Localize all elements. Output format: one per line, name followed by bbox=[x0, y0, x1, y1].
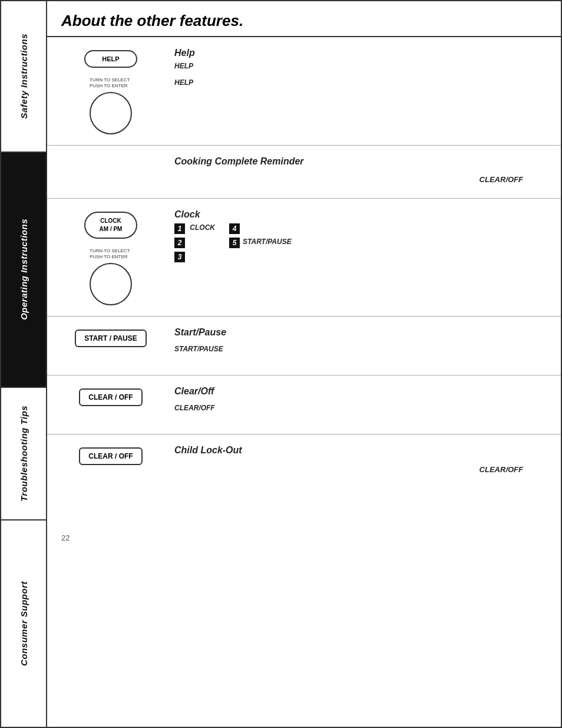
clock-am-pm-button[interactable]: CLOCKAM / PM bbox=[84, 212, 137, 239]
help-knob[interactable] bbox=[90, 92, 132, 134]
clear-off-section: CLEAR / OFF Clear/Off CLEAR/OFF bbox=[47, 375, 561, 434]
clock-step-5: 5 START/PAUSE bbox=[229, 238, 292, 248]
start-pause-text: Start/Pause START/PAUSE bbox=[164, 327, 547, 355]
clock-controls: CLOCKAM / PM TURN TO SELECTPUSH TO ENTER bbox=[58, 209, 164, 305]
clock-step-3: 3 bbox=[174, 252, 215, 262]
cooking-complete-controls bbox=[58, 156, 164, 159]
sidebar-section-consumer: Consumer Support bbox=[1, 521, 46, 727]
clock-knob[interactable] bbox=[90, 263, 132, 305]
help-section: HELP TURN TO SELECTPUSH TO ENTER Help HE… bbox=[47, 37, 561, 146]
help-subtitle-2: HELP bbox=[174, 78, 547, 87]
clear-off-controls: CLEAR / OFF bbox=[58, 386, 164, 406]
child-lock-section: CLEAR / OFF Child Lock-Out CLEAR/OFF bbox=[47, 434, 561, 529]
cooking-complete-text: Cooking Complete Reminder CLEAR/OFF bbox=[164, 156, 547, 184]
child-lock-text: Child Lock-Out CLEAR/OFF bbox=[164, 445, 547, 474]
child-lock-controls: CLEAR / OFF bbox=[58, 445, 164, 465]
page-title: About the other features. bbox=[47, 1, 561, 37]
knob-label: TURN TO SELECTPUSH TO ENTER bbox=[90, 77, 130, 90]
start-pause-keyword: START/PAUSE bbox=[174, 345, 547, 353]
sidebar-section-safety: Safety Instructions bbox=[1, 1, 46, 153]
clock-text: Clock 1 CLOCK 2 3 bbox=[164, 209, 547, 263]
child-lock-button[interactable]: CLEAR / OFF bbox=[79, 447, 142, 465]
start-pause-title: Start/Pause bbox=[174, 327, 547, 338]
help-title: Help bbox=[174, 48, 547, 58]
help-button[interactable]: HELP bbox=[84, 50, 137, 68]
sidebar: Safety Instructions Operating Instructio… bbox=[1, 1, 47, 727]
clock-section: CLOCKAM / PM TURN TO SELECTPUSH TO ENTER… bbox=[47, 199, 561, 317]
child-lock-title: Child Lock-Out bbox=[174, 445, 547, 456]
cooking-clear-off-keyword: CLEAR/OFF bbox=[480, 175, 523, 184]
cooking-complete-title: Cooking Complete Reminder bbox=[174, 156, 547, 167]
help-subtitle-1: HELP bbox=[174, 62, 547, 70]
clear-off-button[interactable]: CLEAR / OFF bbox=[79, 388, 142, 406]
sidebar-label-safety: Safety Instructions bbox=[19, 34, 29, 119]
sidebar-label-operating: Operating Instructions bbox=[19, 219, 29, 320]
main-content: About the other features. HELP TURN TO S… bbox=[47, 1, 561, 727]
clear-off-keyword: CLEAR/OFF bbox=[174, 404, 547, 412]
page-wrapper: Safety Instructions Operating Instructio… bbox=[0, 0, 562, 728]
sidebar-section-troubleshooting: Troubleshooting Tips bbox=[1, 388, 46, 521]
clear-off-text: Clear/Off CLEAR/OFF bbox=[164, 386, 547, 414]
start-pause-button[interactable]: START / PAUSE bbox=[75, 330, 147, 347]
start-pause-controls: START / PAUSE bbox=[58, 327, 164, 347]
clock-step-1: 1 CLOCK bbox=[174, 223, 215, 234]
clock-step-2: 2 bbox=[174, 238, 215, 248]
clear-off-title: Clear/Off bbox=[174, 386, 547, 397]
page-number: 22 bbox=[61, 533, 70, 542]
sidebar-label-consumer: Consumer Support bbox=[19, 581, 29, 666]
child-lock-keyword: CLEAR/OFF bbox=[480, 465, 523, 474]
cooking-complete-section: Cooking Complete Reminder CLEAR/OFF bbox=[47, 146, 561, 199]
sidebar-section-operating: Operating Instructions bbox=[1, 153, 46, 388]
clock-knob-label: TURN TO SELECTPUSH TO ENTER bbox=[90, 248, 130, 261]
page-footer: 22 bbox=[47, 529, 561, 547]
sidebar-label-troubleshooting: Troubleshooting Tips bbox=[19, 406, 29, 502]
start-pause-section: START / PAUSE Start/Pause START/PAUSE bbox=[47, 317, 561, 375]
clock-title: Clock bbox=[174, 209, 547, 220]
help-controls: HELP TURN TO SELECTPUSH TO ENTER bbox=[58, 48, 164, 134]
help-text: Help HELP HELP bbox=[164, 48, 547, 89]
clock-step-4: 4 bbox=[229, 223, 292, 234]
